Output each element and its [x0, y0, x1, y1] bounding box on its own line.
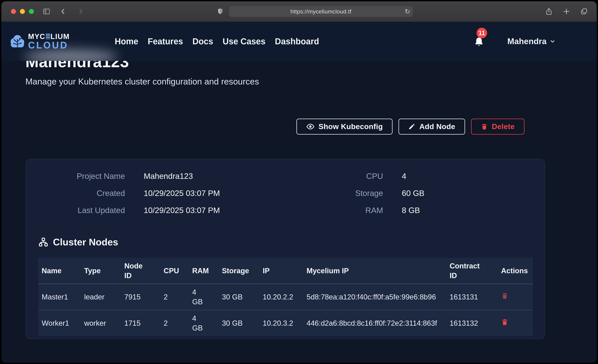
new-tab-icon[interactable] — [563, 8, 570, 16]
add-node-button[interactable]: Add Node — [399, 119, 465, 134]
browser-chrome: https://myceliumcloud.tf ↻ — [1, 1, 597, 22]
info-value: 8 GB — [402, 206, 420, 215]
node-cell: 10.20.3.2 — [259, 310, 303, 336]
node-cell: Worker1 — [38, 310, 81, 336]
nav-link-docs[interactable]: Docs — [192, 36, 213, 46]
column-header-ip: IP — [259, 258, 303, 284]
chevron-down-icon — [550, 39, 555, 44]
pencil-icon — [408, 123, 415, 130]
column-header-contract-id: Contract ID — [446, 258, 498, 284]
info-value: 10/29/2025 03:07 PM — [144, 189, 220, 198]
info-row: Last Updated10/29/2025 03:07 PM — [38, 206, 286, 215]
column-header-node-id: Node ID — [121, 258, 160, 284]
node-cell: worker — [81, 310, 121, 336]
nav-link-home[interactable]: Home — [115, 36, 138, 46]
info-label: Storage — [286, 189, 383, 198]
mycelium-cloud-logo-icon — [9, 34, 25, 49]
info-label: Last Updated — [38, 206, 125, 215]
blurred-title-smudge — [24, 50, 117, 61]
node-actions-cell — [498, 310, 533, 336]
info-value: 10/29/2025 03:07 PM — [144, 206, 220, 215]
node-actions-cell — [498, 284, 533, 310]
network-icon — [38, 237, 48, 247]
node-cell: 4 GB — [189, 284, 219, 310]
address-bar[interactable]: https://myceliumcloud.tf ↻ — [229, 6, 413, 17]
column-header-storage: Storage — [219, 258, 259, 284]
nodes-table-body: Master1leader791524 GB30 GB10.20.2.25d8:… — [38, 284, 533, 336]
bell-icon — [474, 37, 484, 48]
share-icon[interactable] — [545, 8, 553, 16]
url-text: https://myceliumcloud.tf — [291, 8, 351, 15]
user-name: Mahendra — [507, 36, 547, 46]
node-cell: 2 — [160, 310, 189, 336]
privacy-shield-icon[interactable] — [216, 8, 224, 15]
app-content: Mahendra123 Manage your Kubernetes clust… — [1, 22, 597, 363]
node-cell: 1715 — [121, 310, 160, 336]
nav-links: HomeFeaturesDocsUse CasesDashboard — [115, 36, 319, 46]
nav-link-features[interactable]: Features — [148, 36, 183, 46]
node-cell: 10.20.2.2 — [259, 284, 303, 310]
column-header-mycelium-ip: Mycelium IP — [303, 258, 446, 284]
forward-button[interactable] — [77, 8, 84, 15]
cluster-nodes-header: Cluster Nodes — [38, 236, 532, 248]
notification-badge: 11 — [476, 28, 487, 38]
node-cell: 5d8:78ea:a120:f40c:ff0f:a5fe:99e6:8b96 — [303, 284, 446, 310]
trash-icon — [501, 292, 508, 299]
node-row: Master1leader791524 GB30 GB10.20.2.25d8:… — [38, 284, 533, 310]
column-header-cpu: CPU — [160, 258, 189, 284]
trash-icon — [481, 123, 488, 130]
node-cell: Master1 — [38, 284, 81, 310]
cluster-actions: Show Kubeconfig Add Node Delete — [296, 119, 524, 134]
info-row: Project NameMahendra123 — [38, 172, 286, 181]
info-value: 60 GB — [402, 189, 424, 198]
notifications-button[interactable]: 11 — [474, 35, 485, 48]
minimize-window-button[interactable] — [20, 9, 25, 14]
cluster-info-card: Project NameMahendra123Created10/29/2025… — [26, 159, 545, 339]
delete-cluster-button[interactable]: Delete — [471, 119, 524, 134]
node-cell: 1613131 — [446, 284, 498, 310]
node-cell: 30 GB — [219, 310, 259, 336]
reload-icon[interactable]: ↻ — [405, 8, 410, 15]
traffic-lights — [11, 9, 34, 14]
user-menu[interactable]: Mahendra — [507, 36, 555, 46]
nav-link-dashboard[interactable]: Dashboard — [275, 36, 319, 46]
top-navbar: MYCLIUM CLOUD HomeFeaturesDocsUse CasesD… — [1, 22, 597, 61]
back-button[interactable] — [59, 8, 67, 15]
zoom-window-button[interactable] — [29, 9, 34, 14]
tab-overview-icon[interactable] — [580, 8, 588, 16]
logo-wordmark-bottom: CLOUD — [28, 41, 70, 50]
info-label: RAM — [286, 206, 383, 215]
info-row: Storage60 GB — [286, 189, 533, 198]
brand-logo[interactable]: MYCLIUM CLOUD — [9, 33, 70, 50]
logo-wordmark-top: MYCLIUM — [28, 33, 70, 40]
nodes-table: NameTypeNode IDCPURAMStorageIPMycelium I… — [38, 258, 533, 336]
node-cell: 2 — [160, 284, 189, 310]
node-cell: 446:d2a6:8bcd:8c16:ff0f:72e2:3114:863f — [303, 310, 446, 336]
info-row: RAM8 GB — [286, 206, 533, 215]
node-cell: 1613132 — [446, 310, 498, 336]
page-subtitle: Manage your Kubernetes cluster configura… — [25, 76, 259, 86]
delete-node-button[interactable] — [501, 318, 508, 326]
info-label: Created — [38, 189, 125, 198]
close-window-button[interactable] — [11, 9, 16, 14]
column-header-actions: Actions — [498, 258, 533, 284]
info-row: CPU4 — [286, 172, 533, 181]
info-right: CPU4Storage60 GBRAM8 GB — [286, 172, 533, 215]
sidebar-toggle-icon[interactable] — [42, 8, 50, 16]
column-header-name: Name — [38, 258, 81, 284]
node-cell: leader — [81, 284, 121, 310]
column-header-ram: RAM — [189, 258, 219, 284]
delete-node-button[interactable] — [501, 292, 508, 299]
show-kubeconfig-button[interactable]: Show Kubeconfig — [296, 119, 392, 134]
node-row: Worker1worker171524 GB30 GB10.20.3.2446:… — [38, 310, 533, 336]
node-cell: 7915 — [121, 284, 160, 310]
logo-e-bars-icon — [46, 34, 50, 39]
nav-link-use-cases[interactable]: Use Cases — [223, 36, 266, 46]
node-cell: 4 GB — [189, 310, 219, 336]
trash-icon — [501, 318, 508, 326]
info-label: Project Name — [38, 172, 125, 181]
column-header-type: Type — [81, 258, 121, 284]
node-cell: 30 GB — [219, 284, 259, 310]
info-left: Project NameMahendra123Created10/29/2025… — [38, 172, 286, 215]
eye-icon — [306, 123, 315, 131]
